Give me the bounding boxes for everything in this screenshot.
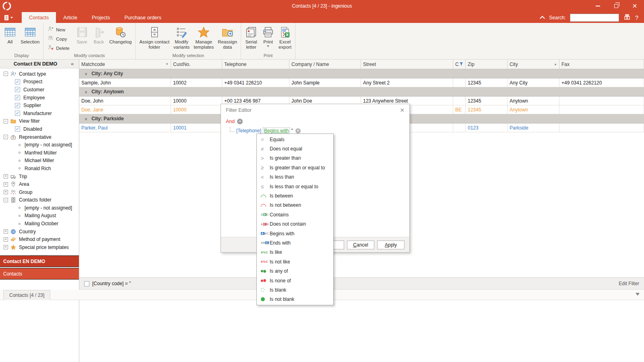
sidebar-item-mailing-october[interactable]: Mailing October — [0, 220, 79, 228]
sidebar-item-trip[interactable]: +Trip — [0, 173, 79, 181]
menu-item-is-none-of[interactable]: Is none of — [257, 276, 333, 285]
restore-button[interactable] — [607, 0, 625, 12]
expand-icon[interactable]: + — [4, 174, 8, 179]
sidebar-item-empty-not-assigned[interactable]: [empty - not assigned] — [0, 204, 79, 212]
tab-list-dropdown-icon[interactable] — [636, 294, 639, 296]
group-collapse-icon[interactable]: ∨ — [85, 72, 87, 76]
help-button[interactable]: ? — [635, 14, 638, 21]
apply-button[interactable]: Apply — [377, 241, 405, 249]
menu-item-is-like[interactable]: A%CIs like — [257, 248, 333, 257]
column-header-c[interactable]: C... — [453, 60, 466, 69]
panel-selector-contact-en-demo[interactable]: Contact EN DEMO — [0, 255, 79, 267]
panel-selector-contacts[interactable]: Contacts — [0, 268, 79, 280]
cancel-button[interactable]: Cancel — [347, 241, 374, 249]
column-header-street[interactable]: Street — [361, 60, 453, 69]
sidebar-item-empty-not-assigned[interactable]: [empty - not assigned] — [0, 141, 79, 149]
sidebar-item-ronald-rich[interactable]: Ronald Rich — [0, 165, 79, 173]
menu-item-begins-with[interactable]: ABCBegins with — [257, 229, 333, 238]
all-button[interactable]: All — [2, 24, 19, 53]
filter-funnel-icon[interactable] — [459, 62, 463, 67]
sidebar-item-manufacturer[interactable]: ✓Manufacturer — [0, 109, 79, 117]
remove-condition-icon[interactable]: ✕ — [295, 128, 301, 134]
sidebar-collapse-icon[interactable]: « — [71, 61, 79, 67]
add-condition-icon[interactable]: + — [237, 119, 243, 124]
binoculars-icon[interactable] — [623, 13, 631, 22]
group-collapse-icon[interactable]: ∨ — [85, 90, 87, 94]
selection-button[interactable]: Selection — [19, 24, 41, 53]
sidebar-item-michael-miller[interactable]: Michael Miller — [0, 157, 79, 165]
checkbox-disabled[interactable]: ✓ — [15, 126, 20, 132]
checkbox-employee[interactable]: ✓ — [15, 95, 20, 100]
sidebar-item-supplier[interactable]: ✓Supplier — [0, 101, 79, 109]
menu-item-is-less-than[interactable]: <Is less than — [257, 173, 333, 182]
column-header-city[interactable]: City▲ — [508, 60, 559, 69]
checkbox-customer[interactable]: ✓ — [15, 87, 20, 92]
expand-icon[interactable]: + — [4, 245, 8, 249]
sidebar-item-employee[interactable]: ✓Employee — [0, 94, 79, 102]
modify-variants-button[interactable]: Modify variants — [171, 24, 192, 53]
column-header-zip[interactable]: Zip — [466, 60, 508, 69]
tab-projects[interactable]: Projects — [85, 12, 117, 23]
tab-purchase-orders[interactable]: Purchase orders — [117, 12, 169, 23]
column-dropdown-icon[interactable]: ▼ — [165, 62, 169, 66]
copy-button[interactable]: Copy — [45, 34, 72, 43]
serial-letter-button[interactable]: Serial letter — [243, 24, 260, 53]
sidebar-item-area[interactable]: +Area — [0, 180, 79, 188]
column-header-matchcode[interactable]: Matchcode▼ — [79, 60, 171, 69]
reassign-data-button[interactable]: Reassign data — [216, 24, 239, 53]
group-row-city-any-city[interactable]: ∨City: Any City — [79, 69, 644, 78]
condition-value[interactable]: '' — [291, 128, 293, 134]
search-input[interactable] — [570, 14, 619, 22]
sidebar-item-manfred-m-ller[interactable]: Manfred Müller — [0, 149, 79, 157]
menu-item-is-any-of[interactable]: Is any of — [257, 266, 333, 276]
dialog-title-bar[interactable]: Filter Editor ✕ — [221, 104, 409, 116]
group-collapse-icon[interactable]: ∨ — [85, 117, 87, 121]
checkbox-prospect[interactable]: ✓ — [15, 79, 20, 84]
print-button[interactable]: Print — [260, 24, 277, 53]
sidebar-item-method-of-payment[interactable]: +Method of payment — [0, 235, 79, 243]
group-row-city-anytown[interactable]: ∨City: Anytown — [79, 87, 644, 97]
expand-icon[interactable]: + — [4, 190, 8, 194]
sidebar-item-contact-type[interactable]: −Contact type — [0, 70, 79, 78]
collapse-ribbon-icon[interactable] — [540, 16, 545, 21]
manage-templates-button[interactable]: Manage templates — [192, 24, 216, 53]
menu-item-ends-with[interactable]: ABCEnds with — [257, 238, 333, 247]
minimize-button[interactable] — [588, 0, 607, 12]
edit-filter-link[interactable]: Edit Filter — [619, 281, 639, 286]
excel-export-button[interactable]: Excel export — [277, 24, 293, 53]
menu-item-is-not-like[interactable]: A%CIs not like — [257, 257, 333, 266]
dialog-close-icon[interactable]: ✕ — [400, 107, 405, 113]
checkbox-manufacturer[interactable]: ✓ — [15, 111, 20, 116]
collapse-icon[interactable]: − — [4, 135, 8, 139]
sidebar-item-mailing-august[interactable]: Mailing August — [0, 212, 79, 220]
menu-item-does-not-contain[interactable]: ACBDoes not contain — [257, 220, 333, 229]
expand-icon[interactable]: + — [4, 229, 8, 234]
menu-item-is-greater-than-or-equal-to[interactable]: ≥Is greater than or equal to — [257, 163, 333, 172]
sidebar-item-special-price-templates[interactable]: +Special price templates — [0, 243, 79, 251]
main-menu-button[interactable] — [0, 12, 16, 23]
bottom-tab-contacts[interactable]: Contacts [4 / 23] — [3, 290, 50, 300]
expand-icon[interactable]: + — [4, 237, 8, 242]
menu-item-is-blank[interactable]: Is blank — [257, 285, 333, 294]
sidebar-item-country[interactable]: +Country — [0, 228, 79, 236]
expand-icon[interactable]: + — [4, 182, 8, 187]
tab-article[interactable]: Article — [56, 12, 85, 23]
sidebar-item-prospect[interactable]: ✓Prospect — [0, 78, 79, 86]
collapse-icon[interactable]: − — [4, 119, 8, 123]
sidebar-item-representative[interactable]: −Representative — [0, 133, 79, 141]
close-button[interactable]: ✕ — [625, 0, 644, 12]
menu-item-is-not-blank[interactable]: Is not blank — [257, 295, 333, 304]
menu-item-is-between[interactable]: Is between — [257, 191, 333, 200]
new-button[interactable]: New — [45, 25, 72, 34]
menu-item-is-less-than-or-equal-to[interactable]: ≤Is less than or equal to — [257, 182, 333, 191]
condition-field-link[interactable]: [Telephone] — [236, 128, 261, 134]
assign-contact-folder-button[interactable]: Assign contact folder — [137, 24, 171, 53]
menu-item-is-not-between[interactable]: Is not between — [257, 201, 333, 210]
collapse-icon[interactable]: − — [4, 72, 8, 76]
column-header-fax[interactable]: Fax — [559, 60, 644, 69]
filter-enable-checkbox[interactable] — [84, 281, 89, 286]
group-operator-link[interactable]: And — [226, 119, 235, 124]
sidebar-item-group[interactable]: +Group — [0, 188, 79, 196]
checkbox-supplier[interactable]: ✓ — [15, 103, 20, 108]
changelog-button[interactable]: Changelog — [107, 24, 134, 53]
